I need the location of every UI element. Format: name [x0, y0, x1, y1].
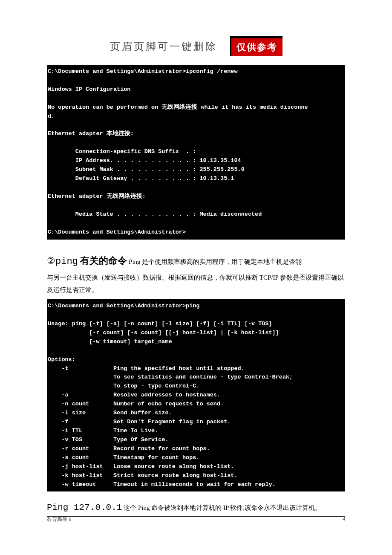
header-title: 页眉页脚可一键删除	[110, 40, 217, 53]
document-page: 页眉页脚可一键删除 仅供参考 C:\Documents and Settings…	[0, 0, 392, 517]
section-title: 有关的命令	[78, 255, 127, 266]
page-footer: 教育高等 a 4	[47, 516, 345, 523]
section-command: ping	[55, 256, 78, 267]
section-intro-inline: Ping 是个使用频率极高的实用程序，用于确定本地主机是否能	[127, 258, 302, 265]
ping-description: 这个 Ping 命令被送到本地计算机的 IP 软件,该命令永不退出该计算机。	[122, 504, 321, 511]
section-intro-text: 与另一台主机交换（发送与接收）数据报。根据返回的信息，你就可以推断 TCP/IP…	[47, 272, 345, 296]
terminal-output-ipconfig: C:\Documents and Settings\Administrator>…	[47, 65, 345, 240]
page-header: 页眉页脚可一键删除 仅供参考	[47, 36, 345, 56]
section-heading: ②ping 有关的命令 Ping 是个使用频率极高的实用程序，用于确定本地主机是…	[47, 252, 345, 270]
ping-description-line: Ping 127.0.0.1 这个 Ping 命令被送到本地计算机的 IP 软件…	[47, 500, 345, 517]
header-badge: 仅供参考	[230, 36, 282, 56]
terminal-output-ping: C:\Documents and Settings\Administrator>…	[47, 299, 345, 491]
footer-page-number: 4	[343, 516, 345, 523]
footer-left: 教育高等 a	[47, 516, 71, 523]
section-number: ②	[47, 255, 55, 266]
ping-command: Ping 127.0.0.1	[47, 503, 122, 512]
